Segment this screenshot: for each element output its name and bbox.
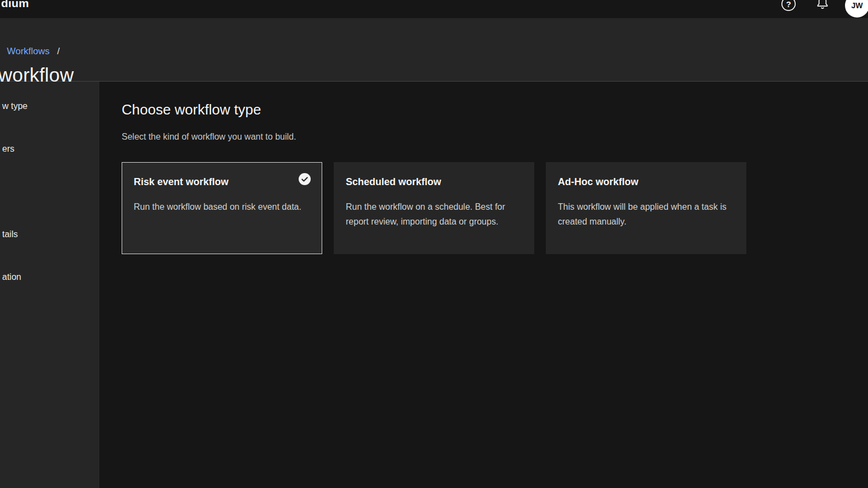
- avatar-initials: JW: [852, 1, 863, 10]
- sidebar-step-details[interactable]: tails: [2, 229, 18, 239]
- card-title: Risk event workflow: [134, 176, 308, 188]
- section-subheading: Select the kind of workflow you want to …: [122, 132, 296, 142]
- main-content: Choose workflow type Select the kind of …: [99, 82, 868, 488]
- page-header: / Workflows / workflow: [0, 18, 868, 82]
- avatar[interactable]: JW: [845, 0, 868, 18]
- breadcrumb: / Workflows /: [0, 46, 60, 57]
- card-description: Run the workflow based on risk event dat…: [134, 199, 308, 214]
- notifications-button[interactable]: [815, 0, 830, 10]
- brand-fragment[interactable]: dium: [1, 0, 29, 10]
- sidebar-step-2[interactable]: ers: [2, 144, 14, 154]
- progress-sidebar: w type ers tails ation: [0, 82, 99, 488]
- breadcrumb-link-workflows[interactable]: Workflows: [7, 46, 49, 56]
- top-bar: dium ? JW: [0, 0, 868, 18]
- card-ad-hoc-workflow[interactable]: Ad-Hoc workflow This workflow will be ap…: [546, 162, 746, 254]
- card-description: This workflow will be applied when a tas…: [558, 199, 732, 229]
- svg-text:?: ?: [786, 0, 791, 9]
- help-button[interactable]: ?: [781, 0, 796, 12]
- app-window: dium ? JW / Workflows / workflow w type: [0, 0, 868, 488]
- card-title: Ad-Hoc workflow: [558, 176, 732, 188]
- card-title: Scheduled workflow: [346, 176, 520, 188]
- sidebar-step-workflow-type[interactable]: w type: [2, 101, 27, 111]
- workflow-type-cards: Risk event workflow Run the workflow bas…: [122, 162, 746, 254]
- section-heading: Choose workflow type: [122, 101, 261, 118]
- breadcrumb-separator: /: [57, 46, 60, 56]
- card-risk-event-workflow[interactable]: Risk event workflow Run the workflow bas…: [122, 162, 322, 254]
- selected-check-icon: [299, 173, 311, 185]
- bell-icon: [815, 0, 830, 10]
- help-icon: ?: [781, 0, 796, 12]
- card-scheduled-workflow[interactable]: Scheduled workflow Run the workflow on a…: [334, 162, 534, 254]
- card-description: Run the workflow on a schedule. Best for…: [346, 199, 520, 229]
- sidebar-step-4[interactable]: ation: [2, 272, 21, 282]
